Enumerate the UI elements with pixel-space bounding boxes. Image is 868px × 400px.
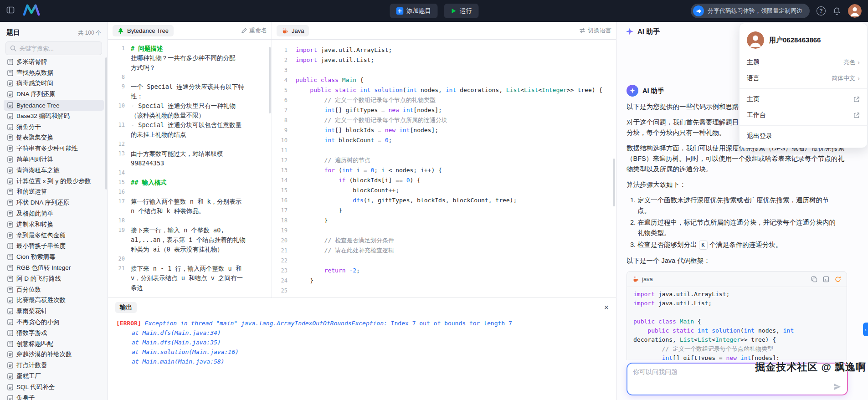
sidebar-item[interactable]: 链表聚集交换	[4, 133, 104, 144]
sidebar-item[interactable]: 环状 DNA 序列还原	[4, 197, 104, 208]
document-icon	[7, 308, 13, 314]
description-line: 10- Special 连通分块里只有一种礼物	[108, 101, 272, 111]
sidebar-scrollbar[interactable]	[105, 57, 107, 190]
sidebar-item[interactable]: 穿越沙漠的补给次数	[4, 349, 104, 360]
sidebar-item-label: 最小替换子串长度	[16, 242, 66, 250]
description-line: 挂哪种礼物？一共有多少种不同的分配	[108, 53, 272, 63]
run-button[interactable]: 运行	[444, 4, 478, 18]
sidebar-item[interactable]: Cion 勒索病毒	[4, 251, 104, 262]
menu-item-workbench[interactable]: 工作台	[740, 107, 867, 123]
menu-item-logout[interactable]: 退出登录	[740, 128, 867, 144]
sidebar-item-label: 蛋糕工厂	[16, 372, 41, 380]
sidebar-item[interactable]: 拿到最多红包金额	[4, 230, 104, 241]
sidebar-item[interactable]: 百分位数	[4, 284, 104, 295]
menu-item-theme[interactable]: 主题 亮色›	[740, 54, 867, 70]
sidebar-item[interactable]: 打点计数器	[4, 360, 104, 371]
algorithm-step: 检查是否能够划分出 K 个满足条件的连通分块。	[637, 240, 837, 250]
code-line: 13 for (int i = 0; i < nodes; i++) {	[272, 165, 616, 175]
sidebar-item[interactable]: 及格如此简单	[4, 208, 104, 219]
document-icon	[7, 351, 13, 358]
sidebar-item[interactable]: 不再贪心的小匆	[4, 317, 104, 328]
sidebar-item[interactable]: 比赛最高获胜次数	[4, 295, 104, 306]
sidebar-item[interactable]: DNA 序列还原	[4, 89, 104, 100]
sidebar-item[interactable]: 猜数字游戏	[4, 328, 104, 338]
problem-list: 多米诺骨牌查找热点数据病毒感染时间DNA 序列还原Bytedance TreeB…	[4, 56, 104, 400]
editor-scrollbar[interactable]	[613, 159, 615, 206]
algorithm-step: 在遍历过程中，标记节点所属的连通分块，并记录每个连通分块内的礼物类型。	[637, 217, 837, 238]
sidebar-item[interactable]: RGB 色值转 Integer	[4, 262, 104, 273]
description-line: 21接下来 n - 1 行，输入两个整数 u 和	[108, 264, 272, 273]
document-icon	[7, 145, 13, 152]
sidebar-item[interactable]: 计算位置 x 到 y 的最少步数	[4, 176, 104, 187]
java-icon	[632, 276, 639, 282]
sidebar-item[interactable]: 最小替换子串长度	[4, 241, 104, 252]
switch-language-button[interactable]: 切换语言	[579, 26, 611, 35]
document-icon	[7, 362, 13, 369]
copy-icon[interactable]	[811, 276, 817, 282]
sidebar-item[interactable]: 字符串有多少种可能性	[4, 143, 104, 154]
document-icon	[7, 221, 13, 228]
search-input[interactable]	[19, 45, 98, 52]
language-tab[interactable]: Java	[277, 25, 309, 36]
help-icon[interactable]: ?	[817, 6, 826, 15]
sidebar-item[interactable]: 病毒感染时间	[4, 78, 104, 89]
menu-item-language[interactable]: 语言 简体中文›	[740, 70, 867, 86]
switch-language-label: 切换语言	[588, 26, 611, 35]
sidebar-item[interactable]: 暴雨梨花针	[4, 306, 104, 317]
sidebar-item[interactable]: 创意标题匹配	[4, 338, 104, 349]
description-panel: Bytedance Tree 重命名 1# 问题描述挂哪种礼物？一共有多少种不同…	[108, 22, 272, 297]
megaphone-icon	[693, 5, 704, 16]
pencil-icon	[241, 28, 247, 34]
code-line: 12 // 遍历树的节点	[272, 155, 616, 165]
description-tab[interactable]: Bytedance Tree	[113, 25, 174, 36]
editor-content[interactable]: 1import java.util.ArrayList;2import java…	[272, 40, 616, 296]
ai-avatar	[627, 85, 638, 97]
insert-code-icon[interactable]	[823, 276, 829, 282]
menu-item-home[interactable]: 主页	[740, 91, 867, 107]
sidebar-toggle-icon[interactable]	[6, 6, 15, 16]
description-content[interactable]: 1# 问题描述挂哪种礼物？一共有多少种不同的分配方式吗？89一个 Special…	[108, 40, 272, 292]
sidebar-item[interactable]: 鱼身子	[4, 393, 104, 400]
sidebar-item[interactable]: 查找热点数据	[4, 67, 104, 78]
tree-icon	[118, 27, 124, 34]
sidebar-item[interactable]: 简单四则计算	[4, 154, 104, 165]
code-line: import java.util.List;	[633, 299, 840, 308]
description-line: 15## 输入格式	[108, 178, 272, 187]
document-icon	[7, 341, 13, 347]
sidebar-item-label: RGB 色值转 Integer	[16, 264, 71, 272]
document-icon	[7, 113, 13, 119]
code-line	[633, 308, 840, 317]
sidebar-item[interactable]: 多米诺骨牌	[4, 56, 104, 67]
code-line: int[] giftTypes = new int[nodes];	[633, 354, 840, 360]
document-icon	[7, 91, 13, 97]
add-problem-label: 添加题目	[406, 7, 431, 15]
close-output-icon[interactable]: ×	[604, 303, 609, 312]
document-icon	[7, 210, 13, 217]
description-scrollbar[interactable]	[269, 47, 271, 113]
rename-label: 重命名	[249, 26, 267, 35]
document-icon	[7, 319, 13, 325]
sidebar-item-label: 不再贪心的小匆	[16, 318, 60, 326]
sidebar-item[interactable]: 蛋糕工厂	[4, 371, 104, 382]
rename-button[interactable]: 重命名	[241, 26, 267, 35]
sidebar-item[interactable]: 青海湖租车之旅	[4, 165, 104, 176]
sidebar-item[interactable]: Base32 编码和解码	[4, 111, 104, 122]
promo-banner[interactable]: 分享代码练习体验，领限量定制周边	[691, 4, 810, 18]
sidebar-item[interactable]: 猫鱼分干	[4, 122, 104, 133]
sidebar-item[interactable]: SQL 代码补全	[4, 382, 104, 393]
add-problem-button[interactable]: 添加题目	[390, 4, 437, 18]
edge-drag-handle[interactable]: ‹	[863, 323, 868, 336]
sidebar-item[interactable]: 阿 D 的飞行路线	[4, 273, 104, 284]
app-logo[interactable]	[23, 4, 40, 18]
user-avatar[interactable]	[848, 4, 862, 18]
error-label: [ERROR]	[116, 320, 141, 327]
code-line: 3	[272, 65, 616, 75]
sidebar-item[interactable]: 和的逆运算	[4, 187, 104, 198]
sidebar-item[interactable]: Bytedance Tree	[4, 100, 104, 111]
description-line: 13由于方案数可能过大，对结果取模	[108, 149, 272, 159]
search-box[interactable]	[5, 41, 102, 55]
send-icon[interactable]	[833, 383, 842, 391]
sidebar-item[interactable]: 进制求和转换	[4, 219, 104, 230]
regenerate-icon[interactable]	[835, 276, 841, 282]
notification-bell-icon[interactable]	[832, 7, 841, 15]
